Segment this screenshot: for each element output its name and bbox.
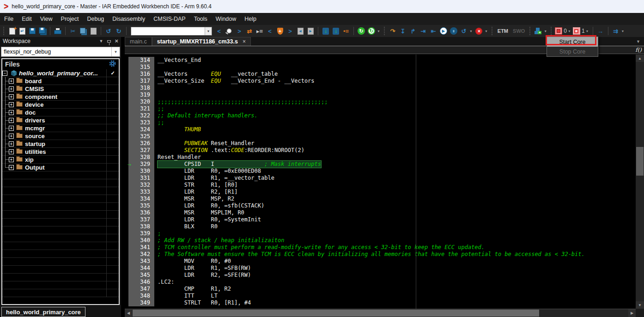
start-core-menu-item[interactable]: Start Core xyxy=(547,37,598,47)
workspace-bottom-tab[interactable]: hello_world_primary_core xyxy=(1,307,85,317)
code-line-345[interactable]: 345 LDR R2, =SFE(RW) xyxy=(125,272,636,279)
etm-button[interactable]: ETM xyxy=(495,28,510,34)
expand-box-icon[interactable]: + xyxy=(9,110,14,115)
scroll-up-icon[interactable]: ▲ xyxy=(636,55,644,62)
expand-box-icon[interactable]: + xyxy=(9,157,14,162)
run-to-cursor-icon[interactable]: ⇤ xyxy=(429,26,438,36)
code-line-318[interactable]: 318 xyxy=(125,85,636,91)
copy-icon[interactable] xyxy=(79,26,88,36)
build-config-select[interactable]: flexspi_nor_debug ▼ xyxy=(1,47,120,57)
code-line-333[interactable]: 333 LDR R2, [R1] xyxy=(125,189,636,195)
download-all-icon[interactable]: ↓ xyxy=(331,26,340,36)
expand-box-icon[interactable]: + xyxy=(9,102,14,107)
next-file-icon[interactable]: ▸ xyxy=(306,26,315,36)
code-line-327[interactable]: 327 SECTION .text:CODE:REORDER:NOROOT(2) xyxy=(125,147,636,154)
chevron-down-icon[interactable]: ▼ xyxy=(621,30,625,33)
save-all-icon[interactable] xyxy=(38,26,47,36)
cores-window-icon[interactable]: + xyxy=(534,26,543,36)
step-over-icon[interactable]: ↷ xyxy=(388,26,397,36)
cut-icon[interactable]: ✂ xyxy=(68,26,78,36)
chevron-down-icon[interactable]: ▼ xyxy=(205,27,212,35)
tree-item-source[interactable]: +source xyxy=(2,132,119,140)
menu-debug[interactable]: Debug xyxy=(83,13,108,25)
workspace-menu-icon[interactable]: ▼ xyxy=(99,39,103,43)
tree-item-doc[interactable]: +doc xyxy=(2,109,119,116)
menu-help[interactable]: Help xyxy=(240,13,261,25)
code-area[interactable]: 314__Vectors_End315316__Vectors EQU __ve… xyxy=(125,55,636,309)
code-line-314[interactable]: 314__Vectors_End xyxy=(125,57,636,64)
code-line-338[interactable]: 338 BLX R0 xyxy=(125,223,636,230)
breakpoints-window-icon[interactable]: •≡ xyxy=(341,26,351,36)
code-line-330[interactable]: 330 LDR R0, =0xE000ED08 xyxy=(125,168,636,175)
scroll-down-icon[interactable]: ▼ xyxy=(636,301,644,309)
replace-icon[interactable]: ⇄ xyxy=(245,26,254,36)
break-icon[interactable]: ‖ xyxy=(449,26,458,36)
pin-icon[interactable] xyxy=(107,40,111,43)
code-line-334[interactable]: 334 MSR MSP, R2 xyxy=(125,195,636,202)
scroll-left-icon[interactable]: ◀ xyxy=(125,309,132,317)
code-line-347[interactable]: 347 CMP R1, R2 xyxy=(125,286,636,293)
search-icon[interactable] xyxy=(225,26,234,36)
attach-icon[interactable]: → xyxy=(596,26,605,36)
quick-search-input[interactable]: ▼ xyxy=(131,27,212,36)
expand-box-icon[interactable]: + xyxy=(9,94,14,99)
code-line-342[interactable]: 342; The Software must ensure the TCM is… xyxy=(125,251,636,258)
code-line-331[interactable]: 331 LDR R1, =__vector_table xyxy=(125,175,636,182)
paste-icon[interactable] xyxy=(89,26,98,36)
code-line-316[interactable]: 316__Vectors EQU __vector_table xyxy=(125,71,636,78)
expand-box-icon[interactable]: + xyxy=(9,165,14,170)
tree-item-board[interactable]: +board xyxy=(2,77,119,85)
expand-box-icon[interactable]: + xyxy=(9,118,14,123)
stop-debugging-icon[interactable]: × xyxy=(474,26,484,36)
code-line-344[interactable]: 344 LDR R1, =SFB(RW) xyxy=(125,265,636,272)
go-icon[interactable]: ▶ xyxy=(439,26,448,36)
menu-cmsis-dap[interactable]: CMSIS-DAP xyxy=(149,13,189,25)
make-icon[interactable]: ↻ xyxy=(357,26,366,36)
vertical-scrollbar[interactable]: ▲ ▼ xyxy=(636,55,644,309)
code-line-349[interactable]: 349 STRLT R0, [R1], #4 xyxy=(125,299,636,306)
code-line-323[interactable]: 323;; xyxy=(125,119,636,126)
chevron-down-icon[interactable]: ▼ xyxy=(568,30,571,33)
next-bookmark-icon[interactable]: > xyxy=(286,26,295,36)
code-line-321[interactable]: 321;; xyxy=(125,105,636,112)
core-0-button[interactable]: 0 xyxy=(555,27,567,35)
find-next-icon[interactable]: > xyxy=(235,26,244,36)
code-line-337[interactable]: 337 LDR R0, =SystemInit xyxy=(125,216,636,223)
tree-item-drivers[interactable]: +drivers xyxy=(2,116,119,124)
collapse-box-icon[interactable]: − xyxy=(2,71,7,76)
goto-icon[interactable]: ▸≡ xyxy=(255,26,264,36)
tab-list-dropdown-icon[interactable]: ▼ xyxy=(632,37,644,46)
code-line-335[interactable]: 335 LDR R0, =sfb(CSTACK) xyxy=(125,202,636,209)
core-1-button[interactable]: 1 xyxy=(573,27,585,35)
code-line-341[interactable]: 341; TCM controller must perform a read-… xyxy=(125,244,636,251)
prev-bookmark-icon[interactable]: < xyxy=(265,26,274,36)
redo-icon[interactable]: ↻ xyxy=(114,26,123,36)
next-statement-icon[interactable]: ⇥ xyxy=(419,26,428,36)
tree-item-component[interactable]: +component xyxy=(2,93,119,101)
code-line-320[interactable]: 320;;;;;;;;;;;;;;;;;;;;;;;;;;;;;;;;;;;;;… xyxy=(125,98,636,105)
step-into-icon[interactable]: ↧ xyxy=(398,26,407,36)
gear-icon[interactable] xyxy=(109,60,116,68)
expand-box-icon[interactable]: + xyxy=(9,126,14,131)
chevron-down-icon[interactable]: ▼ xyxy=(377,30,380,33)
menu-view[interactable]: View xyxy=(36,13,57,25)
code-line-329[interactable]: 329 CPSID I ; Mask interrupts xyxy=(125,161,636,168)
menu-disassembly[interactable]: Disassembly xyxy=(108,13,149,25)
chevron-down-icon[interactable]: ▼ xyxy=(111,47,120,56)
new-document-icon[interactable]: + xyxy=(7,26,17,36)
code-line-315[interactable]: 315 xyxy=(125,64,636,71)
step-out-icon[interactable]: ↱ xyxy=(408,26,418,36)
chevron-down-icon[interactable]: ▼ xyxy=(544,30,547,33)
function-list-button[interactable]: f() xyxy=(635,47,642,53)
expand-box-icon[interactable]: + xyxy=(9,149,14,154)
tab-main-c[interactable]: main.c xyxy=(125,37,152,46)
compile-icon[interactable]: ↻ xyxy=(367,26,376,36)
save-icon[interactable] xyxy=(28,26,37,36)
menu-edit[interactable]: Edit xyxy=(18,13,36,25)
open-document-icon[interactable]: ↵ xyxy=(18,26,27,36)
expand-box-icon[interactable]: + xyxy=(9,141,14,146)
code-line-343[interactable]: 343 MOV R0, #0 xyxy=(125,258,636,265)
expand-box-icon[interactable]: + xyxy=(9,79,14,84)
vertical-scroll-thumb[interactable] xyxy=(636,147,644,176)
code-line-340[interactable]: 340; Add RW / stack / heap initializaito… xyxy=(125,237,636,244)
